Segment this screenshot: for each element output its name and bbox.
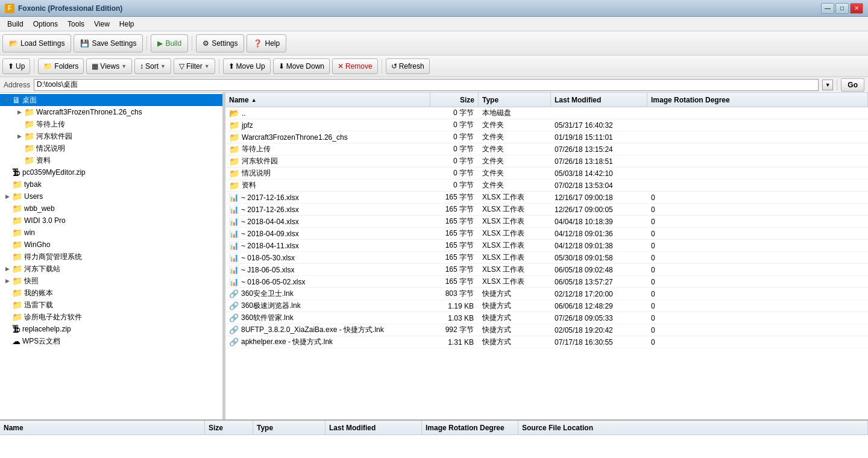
tree-item-desktop[interactable]: ▼ 🖥 桌面 — [0, 94, 222, 106]
go-button[interactable]: Go — [841, 78, 864, 92]
expand-icon[interactable]: ▶ — [2, 278, 12, 284]
build-button[interactable]: ▶ Build — [151, 34, 188, 52]
file-row[interactable]: 📁 Warcraft3FrozenThrone1.26_chs 0 字节 文件夹… — [225, 131, 868, 143]
tree-item-myaccount[interactable]: 📁 我的账本 — [0, 287, 222, 299]
file-row[interactable]: 📊 ~ 018-06-05-02.xlsx 165 字节 XLSX 工作表 06… — [225, 276, 868, 288]
file-row[interactable]: 📊 ~ 2017-12-26.xlsx 165 字节 XLSX 工作表 12/2… — [225, 204, 868, 216]
file-name-cell: 📊 ~ 2018-04-11.xlsx — [225, 241, 430, 250]
folder-icon: 📁 — [12, 264, 22, 274]
tree-item-widi[interactable]: 📁 WIDI 3.0 Pro — [0, 215, 222, 227]
file-modified-cell: 07/26/18 13:15:24 — [551, 145, 647, 154]
minimize-button[interactable]: — — [821, 3, 834, 14]
file-size-cell: 0 字节 — [430, 180, 479, 190]
type-column-header[interactable]: Type — [479, 93, 551, 107]
address-input[interactable] — [34, 79, 819, 91]
rotation-column-header[interactable]: Image Rotation Degree — [647, 93, 868, 107]
file-row[interactable]: 📂 .. 0 字节 本地磁盘 — [225, 107, 868, 119]
bottom-modified-header[interactable]: Last Modified — [326, 421, 422, 435]
tree-item-wbbweb[interactable]: 📁 wbb_web — [0, 202, 222, 215]
tree-item-hedong-download[interactable]: ▶ 📁 河东下载站 — [0, 263, 222, 275]
close-button[interactable]: ✕ — [850, 3, 863, 14]
expand-icon[interactable]: ▼ — [2, 97, 12, 103]
move-down-button[interactable]: ⬇ Move Down — [273, 58, 330, 74]
excel-icon: 📊 — [229, 217, 239, 226]
up-button[interactable]: ⬆ Up — [2, 58, 30, 74]
file-type-cell: XLSX 工作表 — [479, 192, 551, 202]
tree-item-wait-upload[interactable]: 📁 等待上传 — [0, 118, 222, 130]
file-row[interactable]: 📊 ~ 2017-12-16.xlsx 165 字节 XLSX 工作表 12/1… — [225, 192, 868, 204]
tree-item-qingkuang[interactable]: 📁 情况说明 — [0, 142, 222, 154]
file-row[interactable]: 📁 情况说明 0 字节 文件夹 05/03/18 14:42:10 — [225, 168, 868, 180]
refresh-button[interactable]: ↺ Refresh — [386, 58, 430, 74]
address-dropdown-button[interactable]: ▼ — [822, 80, 833, 90]
expand-icon[interactable]: ▶ — [2, 266, 12, 272]
modified-column-header[interactable]: Last Modified — [551, 93, 647, 107]
remove-button[interactable]: ✕ Remove — [332, 58, 378, 74]
file-size-cell: 0 字节 — [430, 168, 479, 178]
expand-icon[interactable]: ▶ — [14, 133, 24, 139]
tree-item-kuaipai[interactable]: ▶ 📁 快照 — [0, 275, 222, 287]
file-row[interactable]: 📊 ~ 2018-04-11.xlsx 165 字节 XLSX 工作表 04/1… — [225, 240, 868, 252]
tree-item-deli[interactable]: 📁 得力商贸管理系统 — [0, 251, 222, 263]
filter-button[interactable]: ▽ Filter ▼ — [174, 58, 215, 74]
load-settings-button[interactable]: 📂 Load Settings — [2, 34, 71, 52]
tree-item-thunder[interactable]: 📁 迅雷下载 — [0, 299, 222, 311]
tree-item-wingho[interactable]: 📁 WinGho — [0, 239, 222, 251]
bottom-rotation-header[interactable]: Image Rotation Degree — [422, 421, 518, 435]
save-settings-button[interactable]: 💾 Save Settings — [74, 34, 143, 52]
tree-item-hedong[interactable]: ▶ 📁 河东软件园 — [0, 130, 222, 142]
tree-item-clinic[interactable]: 📁 诊所电子处方软件 — [0, 311, 222, 323]
file-row[interactable]: 🔗 apkhelper.exe - 快捷方式.lnk 1.31 KB 快捷方式 … — [225, 336, 868, 348]
expand-icon[interactable]: ▶ — [14, 109, 24, 115]
folders-button[interactable]: 📁 Folders — [38, 58, 84, 74]
file-row[interactable]: 📁 河东软件园 0 字节 文件夹 07/26/18 13:18:51 — [225, 155, 868, 168]
bottom-name-header[interactable]: Name — [0, 421, 205, 435]
file-row[interactable]: 📊 ~ 018-05-30.xlsx 165 字节 XLSX 工作表 05/30… — [225, 252, 868, 264]
expand-icon[interactable]: ▶ — [2, 193, 12, 199]
move-up-button[interactable]: ⬆ Move Up — [223, 58, 271, 74]
file-row[interactable]: 🔗 8UFTP_3.8.2.0_XiaZaiBa.exe - 快捷方式.lnk … — [225, 324, 868, 336]
tree-item-myeditor[interactable]: 🗜 pc0359MyEditor.zip — [0, 166, 222, 178]
tree-item-tybak[interactable]: 📁 tybak — [0, 178, 222, 190]
settings-button[interactable]: ⚙ Settings — [196, 34, 244, 52]
file-size-cell: 992 字节 — [430, 325, 479, 335]
window-controls: — □ ✕ — [821, 3, 863, 14]
file-row[interactable]: 🔗 360安全卫士.lnk 803 字节 快捷方式 02/12/18 17:20… — [225, 288, 868, 300]
menu-help[interactable]: Help — [115, 19, 139, 30]
settings-icon: ⚙ — [203, 39, 209, 48]
refresh-icon: ↺ — [391, 62, 397, 71]
size-column-header[interactable]: Size — [430, 93, 479, 107]
maximize-button[interactable]: □ — [835, 3, 849, 14]
tree-item-ziliao[interactable]: 📁 资料 — [0, 154, 222, 166]
file-row[interactable]: 🔗 360极速浏览器.lnk 1.19 KB 快捷方式 06/06/18 12:… — [225, 300, 868, 312]
folder-icon: 📁 — [24, 131, 34, 141]
views-button[interactable]: ▦ Views ▼ — [86, 58, 132, 74]
menu-options[interactable]: Options — [28, 19, 63, 30]
bottom-type-header[interactable]: Type — [253, 421, 326, 435]
file-size-cell: 0 字节 — [430, 108, 479, 118]
main-toolbar: 📂 Load Settings 💾 Save Settings ▶ Build … — [0, 31, 868, 55]
menu-tools[interactable]: Tools — [63, 19, 89, 30]
tree-item-replacehelp[interactable]: 🗜 replacehelp.zip — [0, 323, 222, 335]
bottom-size-header[interactable]: Size — [205, 421, 253, 435]
file-row[interactable]: 📁 jpfz 0 字节 文件夹 05/31/17 16:40:32 — [225, 119, 868, 131]
file-row[interactable]: 🔗 360软件管家.lnk 1.03 KB 快捷方式 07/26/18 09:0… — [225, 312, 868, 324]
file-row[interactable]: 📊 ~ 2018-04-04.xlsx 165 字节 XLSX 工作表 04/0… — [225, 216, 868, 228]
tree-item-win[interactable]: 📁 win — [0, 227, 222, 239]
file-row[interactable]: 📁 等待上传 0 字节 文件夹 07/26/18 13:15:24 — [225, 143, 868, 155]
bottom-source-header[interactable]: Source File Location — [518, 421, 868, 435]
file-row[interactable]: 📊 ~ J18-06-05.xlsx 165 字节 XLSX 工作表 06/05… — [225, 264, 868, 276]
file-type-cell: 快捷方式 — [479, 325, 551, 335]
name-column-header[interactable]: Name ▲ — [225, 93, 430, 107]
file-row[interactable]: 📁 资料 0 字节 文件夹 07/02/18 13:53:04 — [225, 180, 868, 192]
menu-build[interactable]: Build — [2, 19, 28, 30]
sort-button[interactable]: ↕ Sort ▼ — [134, 58, 171, 74]
tree-item-warcraft[interactable]: ▶ 📁 Warcraft3FrozenThrone1.26_chs — [0, 106, 222, 118]
help-button[interactable]: ❓ Help — [247, 34, 286, 52]
menu-view[interactable]: View — [89, 19, 115, 30]
tree-item-wps-cloud[interactable]: ☁ WPS云文档 — [0, 335, 222, 347]
file-row[interactable]: 📊 ~ 2018-04-09.xlsx 165 字节 XLSX 工作表 04/1… — [225, 228, 868, 240]
folder-icon: 📁 — [12, 180, 22, 189]
tree-item-users[interactable]: ▶ 📁 Users — [0, 190, 222, 202]
separator — [837, 80, 837, 90]
